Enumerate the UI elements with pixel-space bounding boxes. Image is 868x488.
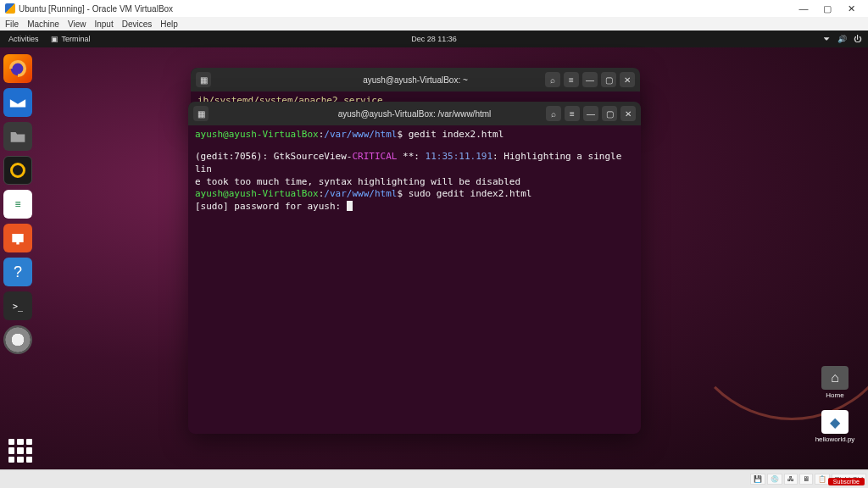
terminal-prompt-icon: >_ xyxy=(13,302,23,311)
bg-terminal-title: ayush@ayush-VirtualBox: ~ xyxy=(363,75,468,85)
home-folder-icon: ⌂ xyxy=(821,366,849,390)
menu-view[interactable]: View xyxy=(68,19,86,29)
vbox-indicator-1[interactable]: 💾 xyxy=(750,474,765,485)
dock-files[interactable] xyxy=(3,122,32,151)
vbox-indicator-5[interactable]: 📋 xyxy=(815,474,830,485)
ubuntu-dock: ≡ ? >_ xyxy=(3,49,37,354)
terminal-line-1: ayush@ayush-VirtualBox:/var/www/html$ ge… xyxy=(195,129,634,141)
python-file-icon: ◆ xyxy=(821,410,849,434)
menu-input[interactable]: Input xyxy=(94,19,113,29)
vbox-indicator-3[interactable]: 🖧 xyxy=(784,474,798,485)
bg-search-button[interactable]: ⌕ xyxy=(545,72,560,87)
dock-firefox[interactable] xyxy=(3,54,32,83)
fg-close-button[interactable]: ✕ xyxy=(620,106,636,121)
fg-terminal-body[interactable]: ayush@ayush-VirtualBox:/var/www/html$ ge… xyxy=(188,125,641,434)
power-icon: ⏻ xyxy=(854,35,861,43)
fg-terminal-title: ayush@ayush-VirtualBox: /var/www/html xyxy=(338,109,492,119)
show-applications-button[interactable] xyxy=(8,439,32,463)
terminal-line-4: ayush@ayush-VirtualBox:/var/www/html$ su… xyxy=(195,188,634,201)
fg-menu-button[interactable]: ≡ xyxy=(565,106,580,121)
ubuntu-desktop[interactable]: Activities ▣ Terminal Dec 28 11:36 ⏷ 🔊 ⏻… xyxy=(0,30,868,469)
network-icon: ⏷ xyxy=(823,35,831,43)
terminal-icon: ▣ xyxy=(51,35,58,43)
help-icon: ? xyxy=(14,263,22,281)
host-close-button[interactable]: ✕ xyxy=(839,3,863,14)
desktop-file-label: helloworld.py xyxy=(815,435,855,443)
topbar-app-label[interactable]: Terminal xyxy=(62,35,91,43)
volume-icon: 🔊 xyxy=(837,35,847,43)
dock-ubuntu-software[interactable] xyxy=(3,224,32,252)
dock-disk[interactable] xyxy=(3,325,32,354)
firefox-icon xyxy=(8,59,27,78)
thunderbird-icon xyxy=(8,93,27,112)
vm-display: Activities ▣ Terminal Dec 28 11:36 ⏷ 🔊 ⏻… xyxy=(0,30,868,469)
vbox-indicator-2[interactable]: 💿 xyxy=(767,474,782,485)
menu-machine[interactable]: Machine xyxy=(27,19,59,29)
vbox-indicator-4[interactable]: 🖥 xyxy=(799,474,813,485)
dock-libreoffice-writer[interactable]: ≡ xyxy=(3,190,32,219)
topbar-datetime[interactable]: Dec 28 11:36 xyxy=(411,35,457,43)
fg-terminal-header[interactable]: ▦ ayush@ayush-VirtualBox: /var/www/html … xyxy=(188,102,641,125)
fg-minimize-button[interactable]: — xyxy=(583,106,598,121)
menu-file[interactable]: File xyxy=(5,19,19,29)
dock-help[interactable]: ? xyxy=(3,258,32,286)
dock-terminal[interactable]: >_ xyxy=(3,291,32,320)
menu-help[interactable]: Help xyxy=(160,19,178,29)
virtualbox-icon xyxy=(5,3,15,14)
software-icon xyxy=(9,230,26,247)
host-minimize-button[interactable]: — xyxy=(792,3,815,14)
fg-search-button[interactable]: ⌕ xyxy=(546,106,561,121)
bg-maximize-button[interactable]: ▢ xyxy=(601,72,616,87)
new-tab-button[interactable]: ▦ xyxy=(196,72,211,87)
fg-maximize-button[interactable]: ▢ xyxy=(602,106,617,121)
folder-icon xyxy=(9,129,26,144)
windows-taskbar[interactable]: 💾 💿 🖧 🖥 📋 Right Ctrl xyxy=(0,469,868,488)
writer-icon: ≡ xyxy=(14,198,20,210)
subscribe-badge[interactable]: Subscribe xyxy=(828,478,865,485)
bg-minimize-button[interactable]: — xyxy=(582,72,598,87)
virtualbox-titlebar: Ubuntu [Running] - Oracle VM VirtualBox … xyxy=(0,0,868,17)
bg-terminal-header[interactable]: ▦ ayush@ayush-VirtualBox: ~ ⌕ ≡ — ▢ ✕ xyxy=(191,68,640,92)
virtualbox-menubar: File Machine View Input Devices Help xyxy=(0,17,868,30)
terminal-line-5: [sudo] password for ayush: xyxy=(195,201,634,214)
bg-menu-button[interactable]: ≡ xyxy=(564,72,579,87)
menu-devices[interactable]: Devices xyxy=(122,19,153,29)
rhythmbox-icon xyxy=(10,163,25,178)
activities-button[interactable]: Activities xyxy=(8,35,39,43)
ubuntu-topbar: Activities ▣ Terminal Dec 28 11:36 ⏷ 🔊 ⏻ xyxy=(0,30,868,47)
terminal-cursor xyxy=(347,201,353,211)
dock-thunderbird[interactable] xyxy=(3,88,32,117)
host-maximize-button[interactable]: ▢ xyxy=(815,3,839,14)
terminal-line-3: e took too much time, syntax highlightin… xyxy=(195,176,634,189)
dock-rhythmbox[interactable] xyxy=(3,156,32,185)
desktop-home-icon[interactable]: ⌂ Home xyxy=(814,366,856,399)
fg-new-tab-button[interactable]: ▦ xyxy=(193,106,209,121)
bg-close-button[interactable]: ✕ xyxy=(620,72,635,87)
desktop-file-icon[interactable]: ◆ helloworld.py xyxy=(814,410,856,443)
desktop-home-label: Home xyxy=(826,391,843,399)
terminal-line-2: (gedit:7056): GtkSourceView-CRITICAL **:… xyxy=(195,151,634,176)
topbar-status-area[interactable]: ⏷ 🔊 ⏻ xyxy=(823,35,861,43)
window-title: Ubuntu [Running] - Oracle VM VirtualBox xyxy=(19,4,173,14)
foreground-terminal-window[interactable]: ▦ ayush@ayush-VirtualBox: /var/www/html … xyxy=(188,102,641,434)
